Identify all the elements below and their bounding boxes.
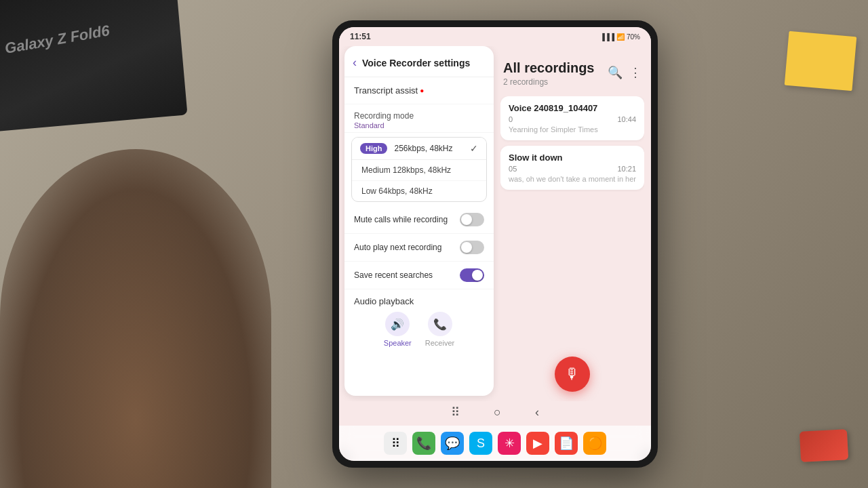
dock-skype-icon[interactable]: S: [469, 432, 492, 455]
transcript-red-dot: ●: [420, 87, 424, 94]
record-btn-container: 🎙: [500, 350, 644, 401]
recording-time-1: 10:21: [617, 165, 636, 173]
recording-name-1: Slow it down: [509, 152, 636, 163]
mute-calls-label: Mute calls while recording: [354, 215, 460, 224]
sticky-note: [785, 31, 857, 91]
speaker-icon: 🔊: [385, 312, 410, 336]
hand-overlay: [0, 149, 271, 488]
recording-size-1: 05: [509, 165, 517, 173]
quality-badge: High: [360, 143, 387, 154]
mute-calls-toggle[interactable]: [460, 213, 484, 226]
record-button[interactable]: 🎙: [555, 357, 590, 392]
search-icon[interactable]: 🔍: [608, 65, 623, 80]
dock-messages-icon[interactable]: 💬: [441, 432, 464, 455]
recordings-panel: All recordings 2 recordings 🔍 ⋮ Voice 24…: [494, 46, 651, 401]
recording-meta-1: 05 10:21: [509, 165, 636, 173]
more-options-icon[interactable]: ⋮: [629, 65, 642, 80]
recording-item-0[interactable]: Voice 240819_104407 0 10:44 Yearning for…: [500, 96, 644, 140]
nav-bar: ⠿ ○ ‹: [339, 401, 651, 426]
transcript-assist-label: Transcript assist ●: [354, 85, 484, 96]
save-searches-label: Save recent searches: [354, 270, 460, 280]
quality-options-list: Medium 128kbps, 48kHz Low 64kbps, 48kHz: [352, 159, 486, 201]
quality-selected-row[interactable]: High 256kbps, 48kHz ✓: [352, 138, 486, 159]
quality-value: 256kbps, 48kHz: [394, 144, 452, 153]
recording-list: Voice 240819_104407 0 10:44 Yearning for…: [500, 96, 644, 350]
mute-calls-row[interactable]: Mute calls while recording: [344, 206, 494, 234]
recordings-actions: 🔍 ⋮: [608, 65, 642, 80]
recording-preview-0: Yearning for Simpler Times: [509, 125, 636, 134]
nav-back-icon[interactable]: ‹: [535, 405, 539, 420]
audio-options-list: 🔊 Speaker 📞 Receiver: [354, 312, 484, 347]
speaker-option[interactable]: 🔊 Speaker: [384, 312, 412, 347]
battery-icon: 70%: [627, 33, 640, 41]
device-frame: 11:51 ▐▐▐ 📶 70% ‹ Voice Recorder setting…: [332, 20, 658, 468]
status-icons: ▐▐▐ 📶 70%: [600, 33, 640, 41]
auto-play-toggle[interactable]: [460, 241, 484, 254]
audio-playback-label: Audio playback: [354, 296, 484, 306]
auto-play-label: Auto play next recording: [354, 243, 460, 252]
auto-play-knob: [461, 242, 472, 253]
nav-grid-icon[interactable]: ⠿: [451, 405, 460, 420]
recording-preview-1: was, oh we don't take a moment in her: [509, 175, 636, 183]
settings-panel: ‹ Voice Recorder settings Transcript ass…: [344, 46, 494, 396]
chevron-down-icon: ✓: [470, 143, 478, 154]
device-screen: 11:51 ▐▐▐ 📶 70% ‹ Voice Recorder setting…: [339, 27, 651, 461]
wifi-icon: 📶: [616, 33, 625, 41]
auto-play-row[interactable]: Auto play next recording: [344, 234, 494, 262]
app-dock: ⠿ 📞 💬 S ✳ ▶ 📄 🟠: [339, 426, 651, 461]
quality-option-medium[interactable]: Medium 128kbps, 48kHz: [352, 160, 486, 181]
save-searches-row[interactable]: Save recent searches: [344, 262, 494, 289]
speaker-label: Speaker: [384, 339, 412, 347]
box-label: Galaxy Z Fold6: [3, 22, 111, 58]
recording-item-1[interactable]: Slow it down 05 10:21 was, oh we don't t…: [500, 146, 644, 190]
dock-pdf-icon[interactable]: 📄: [555, 432, 578, 455]
save-searches-toggle[interactable]: [460, 268, 484, 282]
receiver-option[interactable]: 📞 Receiver: [425, 312, 454, 347]
dock-orange-icon[interactable]: 🟠: [583, 432, 606, 455]
recordings-title: All recordings: [503, 60, 594, 76]
receiver-icon: 📞: [428, 312, 452, 336]
recording-meta-0: 0 10:44: [509, 115, 636, 123]
status-time: 11:51: [350, 32, 371, 41]
audio-playback-section: Audio playback 🔊 Speaker 📞 Receiver: [344, 289, 494, 351]
recording-mode-value: Standard: [354, 121, 484, 129]
save-searches-knob: [472, 270, 483, 281]
settings-title: Voice Recorder settings: [362, 58, 470, 68]
quality-option-low[interactable]: Low 64kbps, 48kHz: [352, 181, 486, 201]
nav-home-icon[interactable]: ○: [494, 405, 501, 420]
recording-mode-section[interactable]: Recording mode Standard: [344, 104, 494, 133]
quality-option-low-label: Low 64kbps, 48kHz: [361, 186, 433, 196]
recording-name-0: Voice 240819_104407: [509, 103, 636, 113]
signal-icon: ▐▐▐: [600, 33, 614, 41]
settings-header: ‹ Voice Recorder settings: [344, 46, 494, 77]
quality-selected-left: High 256kbps, 48kHz: [360, 143, 453, 154]
red-card: [800, 429, 848, 462]
screen-content: ‹ Voice Recorder settings Transcript ass…: [339, 46, 651, 401]
recording-time-0: 10:44: [617, 115, 636, 123]
product-box: Galaxy Z Fold6: [0, 0, 188, 132]
mute-calls-knob: [461, 214, 472, 225]
receiver-label: Receiver: [425, 339, 454, 347]
recordings-count: 2 recordings: [503, 77, 594, 87]
transcript-assist-item[interactable]: Transcript assist ●: [344, 77, 494, 104]
dock-phone-icon[interactable]: 📞: [412, 432, 435, 455]
recordings-header: All recordings 2 recordings 🔍 ⋮: [500, 53, 644, 91]
recordings-title-group: All recordings 2 recordings: [503, 60, 594, 87]
dock-youtube-icon[interactable]: ▶: [526, 432, 549, 455]
recording-size-0: 0: [509, 115, 513, 123]
dock-apps-icon[interactable]: ⠿: [384, 432, 407, 455]
quality-option-medium-label: Medium 128kbps, 48kHz: [361, 165, 451, 175]
status-bar: 11:51 ▐▐▐ 📶 70%: [339, 27, 651, 46]
quality-dropdown[interactable]: High 256kbps, 48kHz ✓ Medium 128kbps, 48…: [351, 137, 487, 202]
back-button[interactable]: ‹: [353, 56, 357, 70]
recording-mode-label: Recording mode: [354, 111, 484, 121]
dock-asterisk-icon[interactable]: ✳: [498, 432, 521, 455]
